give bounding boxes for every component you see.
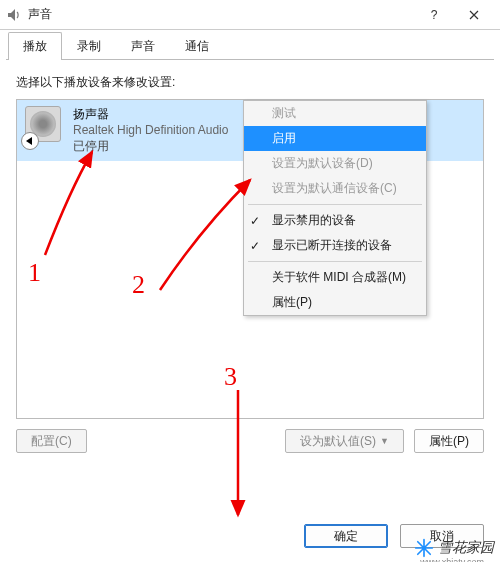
device-title: 扬声器 [73,106,228,122]
ctx-test[interactable]: 测试 [244,101,426,126]
ctx-separator [248,204,422,205]
configure-button[interactable]: 配置(C) [16,429,87,453]
annotation-2: 2 [132,270,145,300]
snowflake-icon [414,538,434,558]
context-menu: 测试 启用 设置为默认设备(D) 设置为默认通信设备(C) ✓显示禁用的设备 ✓… [243,100,427,316]
ctx-properties[interactable]: 属性(P) [244,290,426,315]
ctx-set-default-comm[interactable]: 设置为默认通信设备(C) [244,176,426,201]
window-close-button[interactable] [454,1,494,29]
annotation-1: 1 [28,258,41,288]
instruction-text: 选择以下播放设备来修改设置: [16,74,484,91]
disabled-overlay-icon [21,132,39,150]
device-list[interactable]: 扬声器 Realtek High Definition Audio 已停用 测试… [16,99,484,419]
ctx-enable[interactable]: 启用 [244,126,426,151]
chevron-down-icon: ▼ [380,436,389,446]
tab-recording[interactable]: 录制 [62,32,116,60]
speaker-app-icon [6,7,22,23]
check-icon: ✓ [250,239,260,253]
ctx-show-disconnected[interactable]: ✓显示已断开连接的设备 [244,233,426,258]
tab-communications[interactable]: 通信 [170,32,224,60]
ctx-separator [248,261,422,262]
tab-playback[interactable]: 播放 [8,32,62,60]
ctx-set-default[interactable]: 设置为默认设备(D) [244,151,426,176]
window-help-button[interactable]: ? [414,1,454,29]
annotation-3: 3 [224,362,237,392]
ctx-show-disabled[interactable]: ✓显示禁用的设备 [244,208,426,233]
properties-button[interactable]: 属性(P) [414,429,484,453]
device-subtitle: Realtek High Definition Audio [73,122,228,138]
ok-button[interactable]: 确定 [304,524,388,548]
tab-sounds[interactable]: 声音 [116,32,170,60]
window-title: 声音 [28,6,52,23]
device-status: 已停用 [73,138,228,154]
ctx-about-midi[interactable]: 关于软件 MIDI 合成器(M) [244,265,426,290]
set-default-button[interactable]: 设为默认值(S)▼ [285,429,404,453]
watermark: 雪花家园 www.xhjaty.com [414,538,494,558]
check-icon: ✓ [250,214,260,228]
